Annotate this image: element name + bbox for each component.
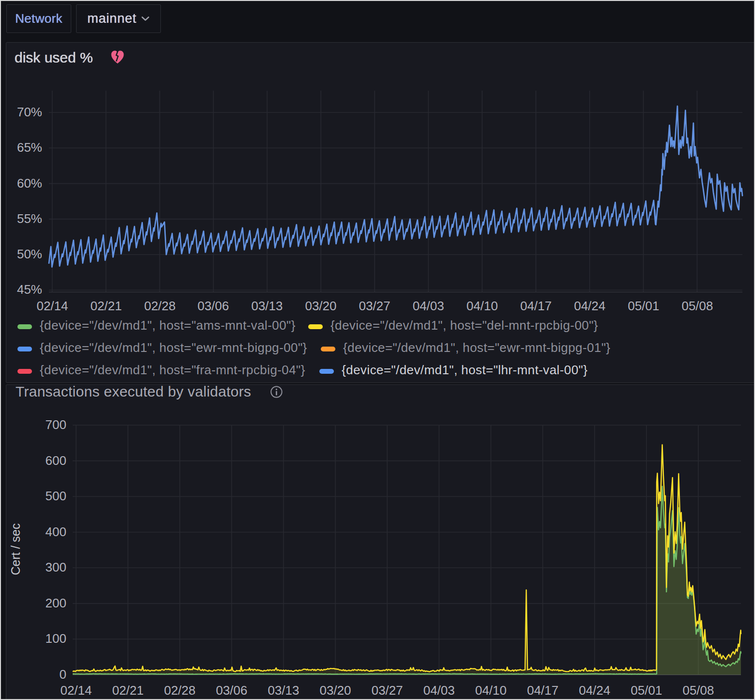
svg-text:04/10: 04/10 xyxy=(466,299,498,313)
svg-text:05/01: 05/01 xyxy=(630,683,662,698)
svg-text:50%: 50% xyxy=(17,247,42,261)
svg-text:600: 600 xyxy=(46,453,66,468)
svg-text:Cert / sec: Cert / sec xyxy=(9,524,22,575)
svg-text:03/13: 03/13 xyxy=(251,299,283,313)
svg-text:02/14: 02/14 xyxy=(60,683,92,698)
svg-text:200: 200 xyxy=(46,596,66,610)
svg-text:05/08: 05/08 xyxy=(682,683,714,698)
svg-text:55%: 55% xyxy=(17,211,42,226)
svg-text:65%: 65% xyxy=(17,140,42,155)
svg-text:300: 300 xyxy=(46,560,66,574)
svg-text:400: 400 xyxy=(46,525,66,539)
svg-text:04/24: 04/24 xyxy=(574,299,605,313)
svg-text:04/03: 04/03 xyxy=(423,683,455,698)
svg-text:03/20: 03/20 xyxy=(319,683,351,698)
svg-text:03/20: 03/20 xyxy=(305,299,336,313)
svg-text:02/28: 02/28 xyxy=(144,299,175,313)
svg-text:45%: 45% xyxy=(17,282,42,297)
svg-text:04/17: 04/17 xyxy=(527,683,558,698)
svg-text:02/28: 02/28 xyxy=(164,683,195,698)
svg-text:500: 500 xyxy=(46,489,66,503)
svg-text:60%: 60% xyxy=(17,176,42,191)
svg-text:04/10: 04/10 xyxy=(475,683,506,698)
svg-text:03/27: 03/27 xyxy=(371,683,403,698)
svg-text:05/01: 05/01 xyxy=(628,299,659,313)
svg-text:0: 0 xyxy=(60,667,66,682)
svg-text:70%: 70% xyxy=(17,105,42,119)
svg-text:03/13: 03/13 xyxy=(267,683,299,698)
svg-text:04/24: 04/24 xyxy=(579,683,610,698)
svg-text:700: 700 xyxy=(46,417,66,432)
svg-text:02/21: 02/21 xyxy=(90,299,122,313)
svg-text:03/06: 03/06 xyxy=(197,299,229,313)
svg-text:02/21: 02/21 xyxy=(112,683,143,698)
svg-text:04/17: 04/17 xyxy=(520,299,551,313)
svg-text:04/03: 04/03 xyxy=(412,299,444,313)
svg-text:05/08: 05/08 xyxy=(681,299,713,313)
svg-text:02/14: 02/14 xyxy=(36,299,68,313)
svg-text:03/06: 03/06 xyxy=(216,683,247,698)
svg-text:03/27: 03/27 xyxy=(359,299,390,313)
svg-text:100: 100 xyxy=(46,631,66,646)
